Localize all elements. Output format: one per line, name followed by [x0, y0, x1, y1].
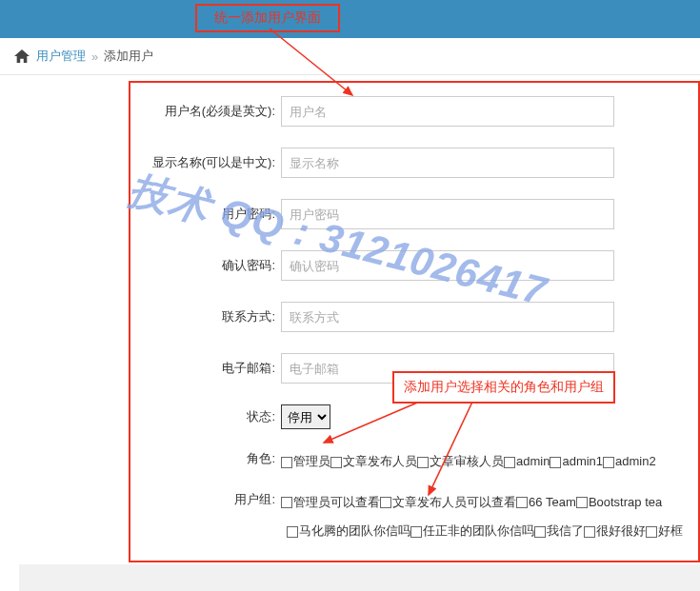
groups-extra: 马化腾的团队你信吗任正非的团队你信吗我信了很好很好好框: [287, 520, 698, 543]
checkbox[interactable]: [410, 526, 422, 538]
top-bar: 统一添加用户界面: [0, 0, 700, 38]
checkbox-label: 马化腾的团队你信吗: [299, 523, 410, 538]
checkbox[interactable]: [504, 457, 515, 468]
displayname-input[interactable]: [281, 148, 614, 178]
checkbox[interactable]: [584, 526, 595, 538]
checkbox-label: Bootstrap tea: [589, 495, 662, 509]
checkbox[interactable]: [603, 457, 614, 468]
email-label: 电子邮箱:: [130, 360, 281, 377]
checkbox[interactable]: [516, 497, 528, 508]
checkbox-label: 66 Team: [529, 495, 576, 509]
username-input[interactable]: [281, 96, 614, 127]
status-select[interactable]: 停用: [281, 404, 330, 429]
checkbox-label: 我信了: [547, 523, 584, 538]
callout-mid: 添加用户选择相关的角色和用户组: [392, 371, 615, 404]
checkbox-label: 很好很好: [596, 523, 646, 538]
checkbox-label: 管理员: [293, 454, 330, 468]
checkbox-label: admin1: [562, 454, 603, 468]
callout-top: 统一添加用户界面: [195, 4, 340, 32]
password-input[interactable]: [281, 199, 614, 229]
checkbox-label: 管理员可以查看: [293, 495, 380, 509]
breadcrumb-link[interactable]: 用户管理: [36, 48, 86, 65]
contact-input[interactable]: [281, 302, 614, 332]
password-label: 用户密码:: [130, 206, 281, 223]
footer-bar: [19, 564, 700, 591]
breadcrumb-sep: »: [91, 49, 98, 64]
contact-label: 联系方式:: [130, 308, 281, 325]
checkbox[interactable]: [281, 497, 292, 508]
checkbox-label: admin2: [615, 454, 656, 468]
displayname-label: 显示名称(可以是中文):: [130, 154, 281, 171]
checkbox[interactable]: [534, 526, 546, 538]
roles-label: 角色:: [130, 450, 281, 467]
checkbox[interactable]: [550, 457, 561, 468]
checkbox-label: admin: [516, 454, 550, 468]
checkbox-label: 好框: [658, 523, 683, 538]
status-label: 状态:: [130, 408, 281, 425]
confirm-label: 确认密码:: [130, 257, 281, 274]
checkbox[interactable]: [417, 457, 429, 468]
groups-checks: 管理员可以查看文章发布人员可以查看66 TeamBootstrap tea: [281, 491, 698, 515]
home-icon: [13, 49, 30, 64]
username-label: 用户名(必须是英文):: [130, 103, 281, 120]
checkbox-label: 文章发布人员: [343, 454, 417, 468]
checkbox[interactable]: [576, 497, 588, 508]
checkbox[interactable]: [380, 497, 391, 508]
checkbox[interactable]: [330, 457, 342, 468]
checkbox-label: 任正非的团队你信吗: [423, 523, 534, 538]
checkbox-label: 文章审核人员: [430, 454, 504, 468]
checkbox[interactable]: [281, 457, 292, 468]
breadcrumb: 用户管理 » 添加用户: [0, 38, 700, 75]
confirm-input[interactable]: [281, 250, 614, 281]
groups-label: 用户组:: [130, 491, 281, 508]
checkbox-label: 文章发布人员可以查看: [392, 495, 516, 509]
breadcrumb-current: 添加用户: [104, 48, 153, 65]
form-area: 用户名(必须是英文): 显示名称(可以是中文): 用户密码: 确认密码: 联系方…: [129, 81, 700, 562]
roles-checks: 管理员文章发布人员文章审核人员adminadmin1admin2: [281, 450, 698, 474]
checkbox[interactable]: [646, 526, 657, 538]
checkbox[interactable]: [287, 526, 298, 538]
